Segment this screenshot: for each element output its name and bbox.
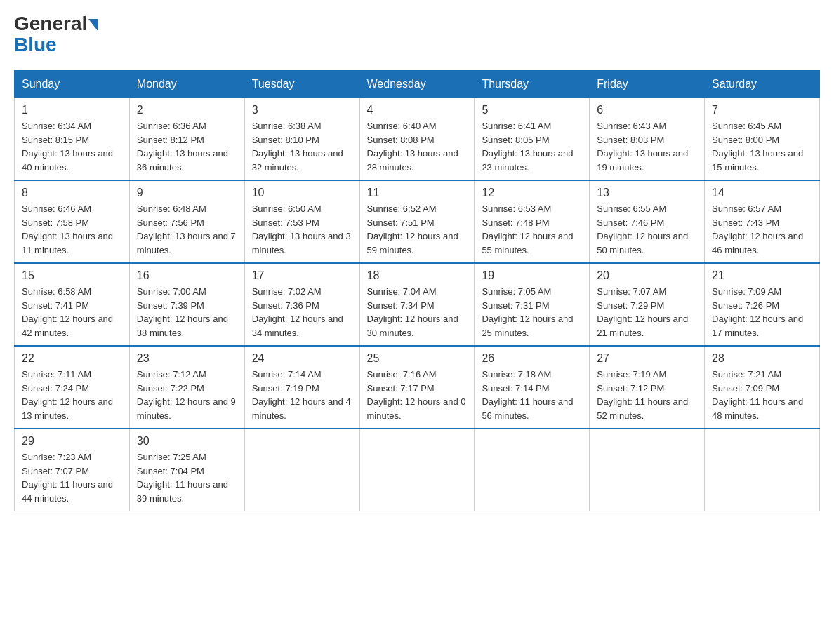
day-number: 3 (252, 104, 352, 116)
calendar-cell: 20Sunrise: 7:07 AMSunset: 7:29 PMDayligh… (590, 263, 705, 346)
day-detail: Sunrise: 7:02 AMSunset: 7:36 PMDaylight:… (252, 285, 352, 340)
day-detail: Sunrise: 6:45 AMSunset: 8:00 PMDaylight:… (712, 119, 812, 174)
day-number: 11 (367, 187, 468, 199)
day-number: 30 (137, 435, 237, 448)
page-header: General Blue (14, 14, 820, 56)
calendar-cell: 5Sunrise: 6:41 AMSunset: 8:05 PMDaylight… (475, 98, 590, 181)
day-number: 18 (367, 269, 468, 282)
logo-triangle-icon (88, 19, 98, 32)
day-detail: Sunrise: 7:07 AMSunset: 7:29 PMDaylight:… (597, 285, 697, 340)
week-row-3: 15Sunrise: 6:58 AMSunset: 7:41 PMDayligh… (15, 263, 820, 346)
calendar-cell: 3Sunrise: 6:38 AMSunset: 8:10 PMDaylight… (244, 98, 359, 181)
day-detail: Sunrise: 6:43 AMSunset: 8:03 PMDaylight:… (597, 119, 697, 174)
calendar-cell: 23Sunrise: 7:12 AMSunset: 7:22 PMDayligh… (129, 346, 244, 429)
day-number: 29 (22, 435, 122, 448)
calendar-cell: 24Sunrise: 7:14 AMSunset: 7:19 PMDayligh… (244, 346, 359, 429)
day-number: 8 (22, 187, 122, 199)
day-detail: Sunrise: 6:52 AMSunset: 7:51 PMDaylight:… (367, 202, 468, 257)
day-detail: Sunrise: 7:19 AMSunset: 7:12 PMDaylight:… (597, 368, 697, 422)
day-detail: Sunrise: 6:36 AMSunset: 8:12 PMDaylight:… (137, 119, 237, 174)
day-detail: Sunrise: 7:23 AMSunset: 7:07 PMDaylight:… (22, 450, 122, 505)
day-number: 15 (22, 269, 122, 282)
calendar-cell: 6Sunrise: 6:43 AMSunset: 8:03 PMDaylight… (590, 98, 705, 181)
calendar-cell: 2Sunrise: 6:36 AMSunset: 8:12 PMDaylight… (129, 98, 244, 181)
calendar-cell (244, 429, 359, 511)
calendar-cell: 4Sunrise: 6:40 AMSunset: 8:08 PMDaylight… (359, 98, 475, 181)
calendar-cell: 25Sunrise: 7:16 AMSunset: 7:17 PMDayligh… (359, 346, 475, 429)
week-row-5: 29Sunrise: 7:23 AMSunset: 7:07 PMDayligh… (15, 429, 820, 511)
calendar-cell: 18Sunrise: 7:04 AMSunset: 7:34 PMDayligh… (359, 263, 475, 346)
day-number: 27 (597, 352, 697, 365)
day-number: 22 (22, 352, 122, 365)
day-header-monday: Monday (129, 71, 244, 98)
calendar-cell: 21Sunrise: 7:09 AMSunset: 7:26 PMDayligh… (705, 263, 820, 346)
day-detail: Sunrise: 6:58 AMSunset: 7:41 PMDaylight:… (22, 285, 122, 340)
calendar-cell: 11Sunrise: 6:52 AMSunset: 7:51 PMDayligh… (359, 180, 475, 263)
day-number: 13 (597, 187, 697, 199)
day-number: 10 (252, 187, 352, 199)
day-number: 23 (137, 352, 237, 365)
calendar-cell (705, 429, 820, 511)
calendar-cell (359, 429, 475, 511)
day-detail: Sunrise: 7:05 AMSunset: 7:31 PMDaylight:… (482, 285, 582, 340)
day-detail: Sunrise: 6:38 AMSunset: 8:10 PMDaylight:… (252, 119, 352, 174)
day-number: 7 (712, 104, 812, 116)
calendar-cell: 27Sunrise: 7:19 AMSunset: 7:12 PMDayligh… (590, 346, 705, 429)
day-header-friday: Friday (590, 71, 705, 98)
calendar-cell (590, 429, 705, 511)
day-header-sunday: Sunday (15, 71, 130, 98)
calendar-cell: 1Sunrise: 6:34 AMSunset: 8:15 PMDaylight… (15, 98, 130, 181)
week-row-2: 8Sunrise: 6:46 AMSunset: 7:58 PMDaylight… (15, 180, 820, 263)
day-headers-row: SundayMondayTuesdayWednesdayThursdayFrid… (15, 71, 820, 98)
day-number: 5 (482, 104, 582, 116)
day-detail: Sunrise: 6:50 AMSunset: 7:53 PMDaylight:… (252, 202, 352, 257)
day-detail: Sunrise: 7:04 AMSunset: 7:34 PMDaylight:… (367, 285, 468, 340)
day-number: 16 (137, 269, 237, 282)
day-detail: Sunrise: 7:25 AMSunset: 7:04 PMDaylight:… (137, 450, 237, 505)
calendar-cell: 8Sunrise: 6:46 AMSunset: 7:58 PMDaylight… (15, 180, 130, 263)
day-number: 28 (712, 352, 812, 365)
calendar-cell: 16Sunrise: 7:00 AMSunset: 7:39 PMDayligh… (129, 263, 244, 346)
day-number: 4 (367, 104, 468, 116)
day-detail: Sunrise: 7:11 AMSunset: 7:24 PMDaylight:… (22, 368, 122, 422)
day-number: 6 (597, 104, 697, 116)
day-number: 9 (137, 187, 237, 199)
day-detail: Sunrise: 6:46 AMSunset: 7:58 PMDaylight:… (22, 202, 122, 257)
calendar-cell: 10Sunrise: 6:50 AMSunset: 7:53 PMDayligh… (244, 180, 359, 263)
day-detail: Sunrise: 6:41 AMSunset: 8:05 PMDaylight:… (482, 119, 582, 174)
day-number: 17 (252, 269, 352, 282)
calendar-cell: 22Sunrise: 7:11 AMSunset: 7:24 PMDayligh… (15, 346, 130, 429)
day-number: 24 (252, 352, 352, 365)
day-header-tuesday: Tuesday (244, 71, 359, 98)
calendar-cell: 26Sunrise: 7:18 AMSunset: 7:14 PMDayligh… (475, 346, 590, 429)
day-detail: Sunrise: 6:55 AMSunset: 7:46 PMDaylight:… (597, 202, 697, 257)
day-detail: Sunrise: 6:53 AMSunset: 7:48 PMDaylight:… (482, 202, 582, 257)
calendar-cell: 28Sunrise: 7:21 AMSunset: 7:09 PMDayligh… (705, 346, 820, 429)
day-detail: Sunrise: 7:09 AMSunset: 7:26 PMDaylight:… (712, 285, 812, 340)
calendar-cell: 19Sunrise: 7:05 AMSunset: 7:31 PMDayligh… (475, 263, 590, 346)
day-number: 21 (712, 269, 812, 282)
calendar-cell (475, 429, 590, 511)
day-detail: Sunrise: 6:40 AMSunset: 8:08 PMDaylight:… (367, 119, 468, 174)
calendar-cell: 13Sunrise: 6:55 AMSunset: 7:46 PMDayligh… (590, 180, 705, 263)
day-number: 19 (482, 269, 582, 282)
day-detail: Sunrise: 6:57 AMSunset: 7:43 PMDaylight:… (712, 202, 812, 257)
day-header-thursday: Thursday (475, 71, 590, 98)
calendar-cell: 29Sunrise: 7:23 AMSunset: 7:07 PMDayligh… (15, 429, 130, 511)
day-header-wednesday: Wednesday (359, 71, 475, 98)
calendar-cell: 14Sunrise: 6:57 AMSunset: 7:43 PMDayligh… (705, 180, 820, 263)
calendar-cell: 7Sunrise: 6:45 AMSunset: 8:00 PMDaylight… (705, 98, 820, 181)
day-detail: Sunrise: 7:12 AMSunset: 7:22 PMDaylight:… (137, 368, 237, 422)
calendar-cell: 12Sunrise: 6:53 AMSunset: 7:48 PMDayligh… (475, 180, 590, 263)
day-detail: Sunrise: 7:21 AMSunset: 7:09 PMDaylight:… (712, 368, 812, 422)
day-detail: Sunrise: 7:00 AMSunset: 7:39 PMDaylight:… (137, 285, 237, 340)
day-detail: Sunrise: 6:48 AMSunset: 7:56 PMDaylight:… (137, 202, 237, 257)
day-detail: Sunrise: 7:16 AMSunset: 7:17 PMDaylight:… (367, 368, 468, 422)
day-number: 14 (712, 187, 812, 199)
day-detail: Sunrise: 7:14 AMSunset: 7:19 PMDaylight:… (252, 368, 352, 422)
calendar-cell: 30Sunrise: 7:25 AMSunset: 7:04 PMDayligh… (129, 429, 244, 511)
day-number: 1 (22, 104, 122, 116)
day-number: 20 (597, 269, 697, 282)
day-number: 25 (367, 352, 468, 365)
day-number: 12 (482, 187, 582, 199)
